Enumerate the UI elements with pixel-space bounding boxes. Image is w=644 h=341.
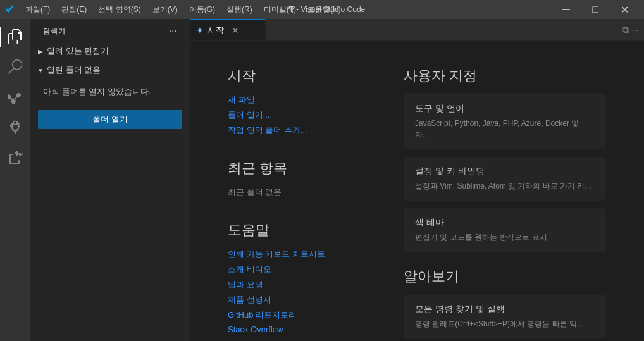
tab-close-button[interactable]: ✕ — [230, 25, 240, 36]
menu-go[interactable]: 이동(G) — [184, 3, 220, 16]
sidebar-no-folder-header[interactable]: ▼ 열린 폴더 없음 — [30, 62, 190, 78]
restore-button[interactable]: □ — [581, 0, 610, 19]
start-section-title: 시작 — [228, 66, 366, 85]
customize-section: 사용자 지정 도구 및 언어 JavaScript, Python, Java,… — [404, 66, 606, 252]
color-theme-title: 색 테마 — [415, 217, 595, 228]
split-editor-icon[interactable]: ⧉ — [622, 25, 629, 35]
open-folder-link[interactable]: 폴더 열기... — [228, 109, 366, 121]
activity-explorer[interactable] — [0, 22, 30, 52]
sidebar-more-btn[interactable]: ··· — [169, 25, 177, 37]
find-commands-card[interactable]: 모든 명령 찾기 및 실행 명령 팔레트(Ctrl+<Shift>+P)에서 명… — [404, 295, 606, 338]
help-section-title: 도움말 — [228, 221, 366, 240]
settings-card-title: 설정 및 키 바인딩 — [415, 166, 595, 177]
learn-section: 알아보기 모든 명령 찾기 및 실행 명령 팔레트(Ctrl+<Shift>+P… — [404, 267, 606, 341]
tab-bar-actions: ⧉ ··· — [617, 19, 644, 40]
menu-edit[interactable]: 편집(E) — [56, 3, 92, 16]
more-actions-icon[interactable]: ··· — [631, 25, 639, 35]
open-folder-button[interactable]: 폴더 열기 — [38, 110, 182, 129]
customize-section-title: 사용자 지정 — [404, 66, 606, 85]
color-theme-card[interactable]: 색 테마 편집기 및 코드를 원하는 방식으로 표시 — [404, 208, 606, 252]
activity-source-control[interactable] — [0, 82, 30, 113]
main-layout: 탐색기 ··· ▶ 열려 있는 편집기 ▼ 열린 폴더 없음 아직 폴더를 열지… — [0, 19, 644, 341]
sidebar-title: 탐색기 — [43, 27, 66, 36]
menu-file[interactable]: 파일(F) — [20, 3, 55, 16]
github-repo-link[interactable]: GitHub 리포지토리 — [228, 309, 366, 321]
titlebar-controls: ─ □ ✕ — [552, 0, 639, 19]
vscode-tab-icon: ✦ — [196, 25, 204, 35]
recent-empty-msg: 최근 폴더 없음 — [228, 187, 282, 197]
sidebar-open-editors-header[interactable]: ▶ 열려 있는 편집기 — [30, 43, 190, 59]
tips-tricks-link[interactable]: 팁과 요령 — [228, 279, 366, 290]
activity-search[interactable] — [0, 52, 30, 82]
welcome-right-column: 사용자 지정 도구 및 언어 JavaScript, Python, Java,… — [404, 66, 606, 316]
tab-bar: ✦ 시작 ✕ ⧉ ··· — [190, 19, 644, 41]
menu-view[interactable]: 보기(V) — [147, 3, 183, 16]
tools-card-desc: JavaScript, Python, Java, PHP, Azure, Do… — [415, 118, 595, 140]
tools-card-title: 도구 및 언어 — [415, 103, 595, 115]
content-area: ✦ 시작 ✕ ⧉ ··· 시작 새 파일 폴더 열기... 작업 영역 폴더 추… — [190, 19, 644, 341]
welcome-page: 시작 새 파일 폴더 열기... 작업 영역 폴더 추가... 최근 항목 최근… — [190, 41, 644, 341]
activity-bar — [0, 19, 30, 341]
stackoverflow-link[interactable]: Stack Overflow — [228, 325, 366, 334]
welcome-recent-section: 최근 항목 최근 폴더 없음 — [228, 159, 366, 198]
activity-debug[interactable] — [0, 113, 30, 143]
welcome-start-section: 시작 새 파일 폴더 열기... 작업 영역 폴더 추가... — [228, 66, 366, 136]
welcome-left-column: 시작 새 파일 폴더 열기... 작업 영역 폴더 추가... 최근 항목 최근… — [228, 66, 366, 316]
product-docs-link[interactable]: 제품 설명서 — [228, 294, 366, 306]
titlebar: 파일(F) 편집(E) 선택 영역(S) 보기(V) 이동(G) 실행(R) 터… — [0, 0, 644, 19]
chevron-down-icon: ▼ — [35, 65, 46, 75]
find-commands-title: 모든 명령 찾기 및 실행 — [415, 304, 595, 315]
settings-card-desc: 설정과 Vim, Sublime, Atom 및 기타의 바로 가기 키... — [415, 180, 595, 192]
intro-video-link[interactable]: 소개 비디오 — [228, 264, 366, 275]
color-theme-desc: 편집기 및 코드를 원하는 방식으로 표시 — [415, 232, 595, 243]
sidebar-open-editors-section: ▶ 열려 있는 편집기 — [30, 42, 190, 61]
window-title: 시작 - Visual Studio Code — [279, 4, 366, 15]
sidebar-open-editors-label: 열려 있는 편집기 — [47, 46, 109, 57]
chevron-right-icon: ▶ — [35, 46, 46, 56]
minimize-button[interactable]: ─ — [552, 0, 581, 19]
new-file-link[interactable]: 새 파일 — [228, 94, 366, 106]
keyboard-cheatsheet-link[interactable]: 인쇄 가능 키보드 치트시트 — [228, 249, 366, 260]
activity-extensions[interactable] — [0, 143, 30, 173]
sidebar-no-folder-section: ▼ 열린 폴더 없음 아직 폴더를 열지 않았습니다. 폴더 열기 — [30, 61, 190, 135]
sidebar: 탐색기 ··· ▶ 열려 있는 편집기 ▼ 열린 폴더 없음 아직 폴더를 열지… — [30, 19, 190, 341]
tools-language-card[interactable]: 도구 및 언어 JavaScript, Python, Java, PHP, A… — [404, 94, 606, 149]
recent-section-title: 최근 항목 — [228, 159, 366, 178]
sidebar-header: 탐색기 ··· — [30, 19, 190, 42]
settings-keybinding-card[interactable]: 설정 및 키 바인딩 설정과 Vim, Sublime, Atom 및 기타의 … — [404, 157, 606, 201]
vscode-logo-icon — [5, 4, 15, 15]
no-folder-message: 아직 폴더를 열지 않았습니다. — [30, 78, 190, 105]
tab-welcome-label: 시작 — [207, 25, 224, 36]
tab-welcome[interactable]: ✦ 시작 ✕ — [190, 19, 266, 40]
welcome-help-section: 도움말 인쇄 가능 키보드 치트시트 소개 비디오 팁과 요령 제품 설명서 G… — [228, 221, 366, 334]
menu-run[interactable]: 실행(R) — [221, 3, 257, 16]
close-button[interactable]: ✕ — [610, 0, 639, 19]
add-workspace-link[interactable]: 작업 영역 폴더 추가... — [228, 125, 366, 136]
menu-selection[interactable]: 선택 영역(S) — [93, 3, 146, 16]
sidebar-no-folder-label: 열린 폴더 없음 — [47, 65, 101, 76]
find-commands-desc: 명령 팔레트(Ctrl+<Shift>+P)에서 명령을 빠른 액... — [415, 318, 595, 330]
learn-section-title: 알아보기 — [404, 267, 606, 286]
